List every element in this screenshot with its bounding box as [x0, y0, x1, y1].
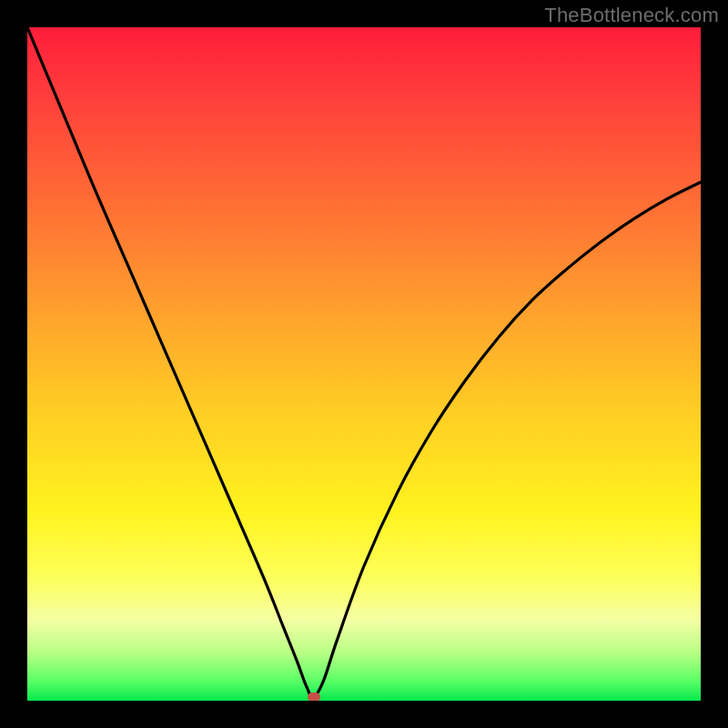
- plot-area: [27, 27, 701, 701]
- chart-frame: TheBottleneck.com: [0, 0, 728, 728]
- optimal-point-marker: [308, 693, 320, 701]
- bottleneck-curve: [27, 27, 701, 701]
- watermark-text: TheBottleneck.com: [544, 4, 719, 27]
